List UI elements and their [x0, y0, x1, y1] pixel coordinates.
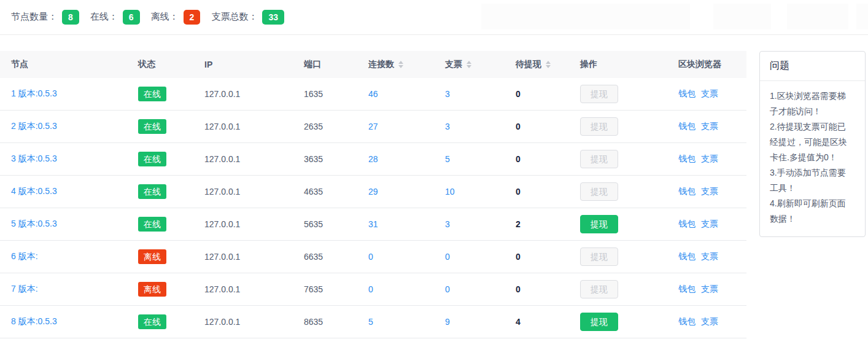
connections-link[interactable]: 27: [368, 122, 378, 131]
issue-note: 3.手动添加节点需要工具！: [770, 165, 851, 196]
connections-link[interactable]: 5: [368, 317, 373, 327]
column-header[interactable]: 区块浏览器: [667, 51, 746, 78]
status-badge: 在线: [138, 119, 166, 134]
node-link[interactable]: 8 版本:0.5.3: [11, 316, 57, 327]
connections-link[interactable]: 0: [368, 284, 373, 294]
checks-link[interactable]: 3: [445, 219, 450, 229]
connections-link[interactable]: 29: [368, 187, 378, 197]
check-link[interactable]: 支票: [701, 284, 718, 295]
node-link[interactable]: 6 版本:: [11, 251, 38, 262]
column-header[interactable]: 操作: [569, 51, 667, 78]
checks-link[interactable]: 0: [445, 252, 450, 262]
pending-withdraw-value: 0: [516, 154, 521, 164]
check-link[interactable]: 支票: [701, 154, 718, 165]
withdraw-button[interactable]: 提现: [580, 215, 618, 233]
checks-cell: 9: [434, 306, 505, 338]
action-cell: 提现: [569, 111, 667, 142]
issue-note: 1.区块浏览器需要梯子才能访问！: [770, 88, 851, 119]
checks-link[interactable]: 9: [445, 317, 450, 327]
column-header[interactable]: IP: [193, 51, 293, 78]
node-cell: 6 版本:: [0, 241, 127, 273]
column-header-label: 区块浏览器: [678, 59, 721, 70]
port-cell: 3635: [293, 143, 357, 175]
connections-link[interactable]: 46: [368, 89, 378, 99]
column-header[interactable]: 待提现: [505, 51, 569, 78]
column-header[interactable]: 状态: [127, 51, 193, 78]
explorer-cell: 钱包 支票: [667, 78, 746, 110]
pending-withdraw-value: 0: [516, 187, 521, 197]
withdraw-button[interactable]: 提现: [580, 85, 618, 103]
node-link[interactable]: 5 版本:0.5.3: [11, 219, 57, 230]
wallet-link[interactable]: 钱包: [678, 154, 696, 165]
sort-caret-icon[interactable]: [546, 61, 551, 68]
node-link[interactable]: 2 版本:0.5.3: [11, 121, 57, 132]
table-row: 3 版本:0.5.3 在线 127.0.0.1 3635 28: [0, 143, 746, 176]
check-link[interactable]: 支票: [701, 186, 718, 197]
explorer-cell: 钱包 支票: [667, 241, 746, 273]
port-value: 3635: [304, 154, 323, 164]
checks-link[interactable]: 5: [445, 154, 450, 164]
checks-link[interactable]: 3: [445, 122, 450, 131]
connections-cell: 5: [357, 306, 434, 338]
port-cell: 5635: [293, 208, 357, 240]
table-row: 4 版本:0.5.3 在线 127.0.0.1 4635 29: [0, 176, 746, 208]
ip-cell: 127.0.0.1: [193, 208, 293, 240]
withdraw-button[interactable]: 提现: [580, 117, 618, 136]
connections-link[interactable]: 0: [368, 252, 373, 262]
connections-link[interactable]: 31: [368, 219, 378, 229]
column-header[interactable]: 端口: [293, 51, 357, 78]
status-cell: 在线: [127, 176, 193, 208]
wallet-link[interactable]: 钱包: [678, 219, 696, 230]
check-link[interactable]: 支票: [701, 88, 718, 99]
checks-cell: 3: [434, 111, 505, 142]
stat-value-badge: 2: [184, 10, 201, 25]
wallet-link[interactable]: 钱包: [678, 186, 696, 197]
port-value: 2635: [304, 122, 323, 131]
withdraw-button[interactable]: 提现: [580, 313, 618, 331]
wallet-link[interactable]: 钱包: [678, 88, 696, 99]
node-cell: 3 版本:0.5.3: [0, 143, 127, 175]
ip-value: 127.0.0.1: [204, 219, 240, 229]
withdraw-button[interactable]: 提现: [580, 247, 618, 266]
withdraw-button[interactable]: 提现: [580, 280, 618, 298]
sort-caret-icon[interactable]: [467, 61, 471, 68]
stat-item: 支票总数： 33: [211, 10, 284, 25]
check-link[interactable]: 支票: [701, 251, 718, 262]
stat-value-badge: 8: [62, 10, 79, 25]
wallet-link[interactable]: 钱包: [678, 251, 696, 262]
checks-link[interactable]: 10: [445, 187, 455, 197]
withdraw-button[interactable]: 提现: [580, 150, 618, 168]
node-link[interactable]: 4 版本:0.5.3: [11, 186, 57, 197]
node-link[interactable]: 1 版本:0.5.3: [11, 88, 57, 99]
column-header[interactable]: 节点: [0, 51, 127, 78]
sort-caret-icon[interactable]: [398, 61, 403, 68]
connections-link[interactable]: 28: [368, 154, 378, 164]
check-link[interactable]: 支票: [701, 219, 718, 230]
node-link[interactable]: 7 版本:: [11, 284, 38, 295]
column-header[interactable]: 连接数: [357, 51, 434, 78]
ip-cell: 127.0.0.1: [193, 143, 293, 175]
nodes-table: 节点 状态 IP 端口 连接数: [0, 51, 746, 338]
explorer-cell: 钱包 支票: [667, 208, 746, 240]
pending-cell: 0: [505, 78, 569, 110]
check-link[interactable]: 支票: [701, 121, 718, 132]
checks-cell: 0: [434, 273, 505, 305]
stat-value-badge: 33: [262, 10, 284, 25]
checks-link[interactable]: 0: [445, 284, 450, 294]
withdraw-button[interactable]: 提现: [580, 182, 618, 201]
pending-withdraw-value: 4: [516, 317, 521, 327]
action-cell: 提现: [569, 78, 667, 110]
issues-panel-title: 问题: [760, 52, 865, 81]
wallet-link[interactable]: 钱包: [678, 316, 696, 327]
checks-link[interactable]: 3: [445, 89, 450, 99]
wallet-link[interactable]: 钱包: [678, 284, 696, 295]
column-header[interactable]: 支票: [434, 51, 505, 78]
table-body: 1 版本:0.5.3 在线 127.0.0.1 1635 46: [0, 78, 746, 338]
connections-cell: 0: [357, 241, 434, 273]
checks-cell: 0: [434, 241, 505, 273]
wallet-link[interactable]: 钱包: [678, 121, 696, 132]
explorer-cell: 钱包 支票: [667, 143, 746, 175]
check-link[interactable]: 支票: [701, 316, 718, 327]
node-link[interactable]: 3 版本:0.5.3: [11, 154, 57, 165]
pending-cell: 0: [505, 176, 569, 208]
